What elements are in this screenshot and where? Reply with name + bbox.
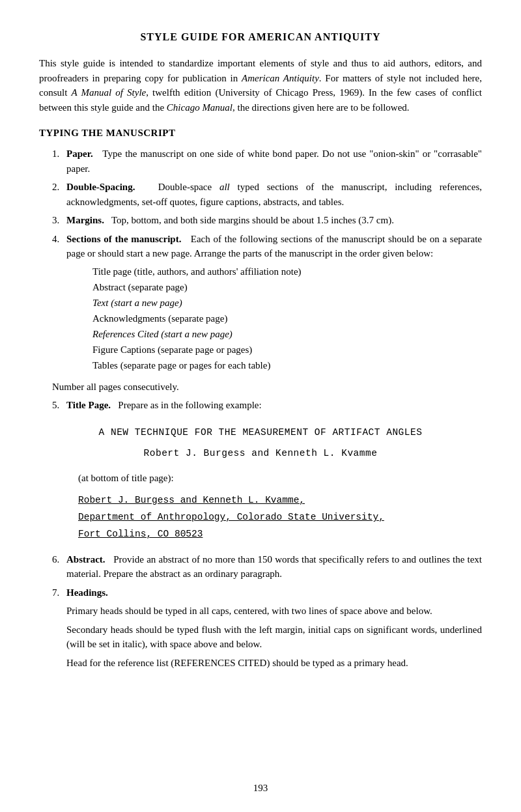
item-content-2: Double-Spacing. Double-space all typed s… bbox=[66, 180, 482, 209]
list-item-4: 4. Sections of the manuscript. Each of t… bbox=[52, 232, 482, 376]
item-number-2: 2. bbox=[52, 180, 66, 209]
item-content-5: Title Page. Prepare as in the following … bbox=[66, 398, 482, 413]
affiliation-block: Robert J. Burgess and Kenneth L. Kvamme,… bbox=[78, 492, 482, 542]
item-content-6: Abstract. Provide an abstract of no more… bbox=[66, 552, 482, 581]
list-item-1: 1. Paper. Type the manuscript on one sid… bbox=[52, 147, 482, 176]
headings-text-2: Secondary heads should be typed flush wi… bbox=[66, 623, 482, 652]
bottom-note: (at bottom of title page): bbox=[78, 471, 482, 486]
page-title: STYLE GUIDE FOR AMERICAN ANTIQUITY bbox=[39, 31, 482, 43]
section-heading-typing: TYPING THE MANUSCRIPT bbox=[39, 128, 482, 139]
headings-text-1: Primary heads should be typed in all cap… bbox=[66, 604, 482, 619]
sub-item-2: Abstract (separate page) bbox=[92, 279, 482, 295]
affiliation-line-3: Fort Collins, CO 80523 bbox=[78, 525, 482, 542]
list-item-3: 3. Margins. Top, bottom, and both side m… bbox=[52, 213, 482, 228]
item-number-1: 1. bbox=[52, 147, 66, 176]
example-author-line: Robert J. Burgess and Kenneth L. Kvamme bbox=[39, 445, 482, 462]
item-number-6: 6. bbox=[52, 552, 66, 581]
item-label-2: Double-Spacing. bbox=[66, 182, 135, 192]
main-list-continued: 5. Title Page. Prepare as in the followi… bbox=[52, 398, 482, 413]
affiliation-line-2: Department of Anthropology, Colorado Sta… bbox=[78, 509, 482, 525]
sub-list: Title page (title, authors, and authors'… bbox=[66, 264, 482, 373]
sub-item-3: Text (start a new page) bbox=[92, 295, 482, 311]
item-label-7: Headings. bbox=[66, 587, 108, 598]
item-content-3: Margins. Top, bottom, and both side marg… bbox=[66, 213, 482, 228]
sub-item-5: References Cited (start a new page) bbox=[92, 326, 482, 342]
item-number-3: 3. bbox=[52, 213, 66, 228]
sub-item-4: Acknowledgments (separate page) bbox=[92, 311, 482, 326]
sub-item-1: Title page (title, authors, and authors'… bbox=[92, 264, 482, 279]
main-list: 1. Paper. Type the manuscript on one sid… bbox=[52, 147, 482, 376]
item-number-7: 7. bbox=[52, 585, 66, 600]
list-item-2: 2. Double-Spacing. Double-space all type… bbox=[52, 180, 482, 209]
example-title-line: A NEW TECHNIQUE FOR THE MEASUREMENT OF A… bbox=[39, 425, 482, 441]
item-label-3: Margins. bbox=[66, 215, 104, 225]
intro-paragraph: This style guide is intended to standard… bbox=[39, 56, 482, 115]
number-pages-note: Number all pages consecutively. bbox=[52, 380, 482, 395]
main-list-6-7: 6. Abstract. Provide an abstract of no m… bbox=[52, 552, 482, 600]
list-item-7: 7. Headings. bbox=[52, 585, 482, 600]
affiliation-line-1: Robert J. Burgess and Kenneth L. Kvamme, bbox=[78, 492, 482, 509]
list-item-5: 5. Title Page. Prepare as in the followi… bbox=[52, 398, 482, 413]
title-example-block: A NEW TECHNIQUE FOR THE MEASUREMENT OF A… bbox=[39, 425, 482, 462]
page-number: 193 bbox=[0, 783, 521, 794]
item-content-4: Sections of the manuscript. Each of the … bbox=[66, 232, 482, 376]
headings-text-3: Head for the reference list (REFERENCES … bbox=[66, 656, 482, 671]
sub-item-7: Tables (separate page or pages for each … bbox=[92, 357, 482, 373]
item-label-4: Sections of the manuscript. bbox=[66, 234, 181, 244]
item-label-6: Abstract. bbox=[66, 554, 106, 565]
sub-item-6: Figure Captions (separate page or pages) bbox=[92, 342, 482, 357]
item-content-7: Headings. bbox=[66, 585, 482, 600]
page: STYLE GUIDE FOR AMERICAN ANTIQUITY This … bbox=[0, 0, 521, 812]
item-label-1: Paper. bbox=[66, 148, 93, 159]
item-number-4: 4. bbox=[52, 232, 66, 376]
item-label-5: Title Page. bbox=[66, 400, 111, 410]
list-item-6: 6. Abstract. Provide an abstract of no m… bbox=[52, 552, 482, 581]
item-content-1: Paper. Type the manuscript on one side o… bbox=[66, 147, 482, 176]
item-number-5: 5. bbox=[52, 398, 66, 413]
